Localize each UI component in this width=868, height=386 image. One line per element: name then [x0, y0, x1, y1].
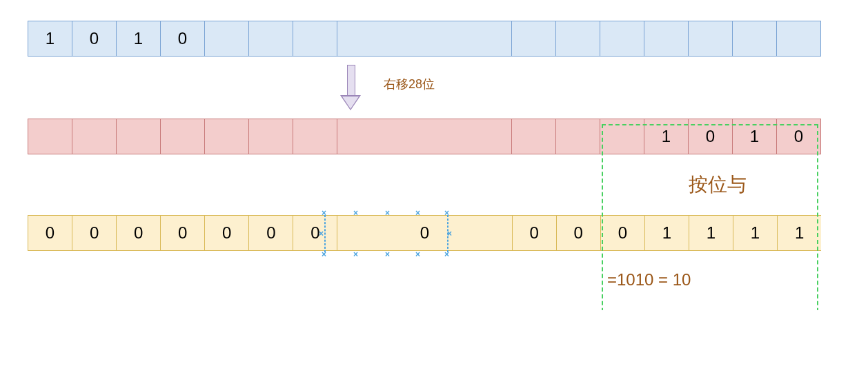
bit-cell: 1 — [689, 215, 733, 251]
bit-cell-wide — [337, 119, 511, 154]
bit-cell — [511, 119, 555, 154]
bit-cell: 0 — [116, 215, 160, 251]
arrow-down-icon — [342, 63, 359, 112]
bit-cell: 1 — [116, 21, 160, 57]
bit-cell — [293, 119, 337, 154]
bit-cell: 0 — [160, 21, 204, 57]
bit-cell — [204, 119, 248, 154]
bit-cell: 0 — [248, 215, 293, 251]
bit-cell — [293, 21, 337, 57]
bit-cell: 1 — [733, 215, 777, 251]
bit-cell — [248, 21, 293, 57]
bit-cell: 0 — [556, 215, 600, 251]
bit-cell — [511, 21, 555, 57]
bit-cell: 0 — [688, 119, 732, 154]
shift-label: 右移28位 — [384, 76, 435, 92]
bit-cell — [160, 119, 204, 154]
result-label: =1010 = 10 — [28, 270, 821, 290]
bitop-diagram: 1 0 1 0 右移28位 1 — [28, 21, 821, 290]
row-original-blue: 1 0 1 0 — [28, 21, 821, 57]
bit-cell — [688, 21, 732, 57]
bit-cell: 0 — [160, 215, 204, 251]
bit-cell-wide — [337, 21, 511, 57]
bit-cell: 0 — [28, 215, 72, 251]
bit-cell: 1 — [777, 215, 821, 251]
bit-cell: 0 — [776, 119, 821, 154]
bit-cell — [600, 119, 644, 154]
bit-cell — [732, 21, 776, 57]
bit-cell: 1 — [644, 119, 688, 154]
bit-cell — [644, 21, 688, 57]
bit-cell — [28, 119, 72, 154]
bit-cell — [776, 21, 821, 57]
row-mask-yellow: 0 0 0 0 0 0 0 0 0 0 0 1 1 1 1 × × × × × … — [28, 215, 821, 251]
bit-cell — [555, 119, 600, 154]
arrow-section: 右移28位 — [28, 57, 821, 119]
bit-cell: 0 — [512, 215, 556, 251]
bit-cell: 0 — [72, 21, 116, 57]
bit-cell: 0 — [293, 215, 337, 251]
bit-cell: 1 — [644, 215, 689, 251]
bit-cell — [204, 21, 248, 57]
bit-cell: 1 — [732, 119, 776, 154]
bit-cell — [72, 119, 116, 154]
bit-cell-wide: 0 — [337, 215, 511, 251]
bit-cell — [555, 21, 600, 57]
bit-cell: 0 — [72, 215, 116, 251]
row-shifted-pink: 1 0 1 0 — [28, 119, 821, 154]
bitwise-and-label: 按位与 — [28, 172, 821, 198]
bit-cell: 1 — [28, 21, 72, 57]
bit-cell: 0 — [600, 215, 644, 251]
bit-cell — [116, 119, 160, 154]
bit-cell — [600, 21, 644, 57]
bit-cell — [248, 119, 293, 154]
bit-cell: 0 — [204, 215, 248, 251]
